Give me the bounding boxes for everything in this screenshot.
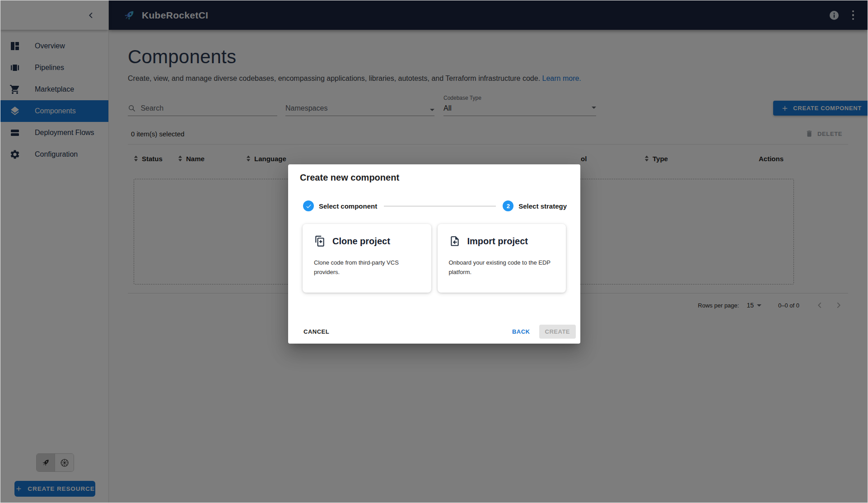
cancel-button[interactable]: CANCEL <box>300 325 333 339</box>
create-button[interactable]: CREATE <box>539 325 576 339</box>
step-completed-icon <box>303 200 314 211</box>
stepper: Select component 2 Select strategy <box>303 200 567 211</box>
step-number-badge: 2 <box>503 200 513 211</box>
card-title: Import project <box>467 236 528 247</box>
import-icon <box>449 235 461 247</box>
app-window: Overview Pipelines Marketplace Component… <box>0 0 868 503</box>
step-label-select-strategy: Select strategy <box>518 202 567 210</box>
card-title: Clone project <box>332 236 390 247</box>
clone-icon <box>314 235 326 247</box>
dialog-title: Create new component <box>288 164 580 183</box>
strategy-cards: Clone project Clone code from third-part… <box>303 224 566 293</box>
clone-project-card[interactable]: Clone project Clone code from third-part… <box>303 224 431 293</box>
import-project-card[interactable]: Import project Onboard your existing cod… <box>438 224 566 293</box>
card-description: Clone code from third-party VCS provider… <box>314 258 420 277</box>
back-button[interactable]: BACK <box>509 325 534 339</box>
create-component-dialog: Create new component Select component 2 … <box>288 164 580 344</box>
check-icon <box>305 203 312 210</box>
stepper-connector <box>384 206 496 206</box>
card-description: Onboard your existing code to the EDP pl… <box>449 258 555 277</box>
step-label-select-component: Select component <box>319 202 377 210</box>
dialog-footer: CANCEL BACK CREATE <box>288 319 580 344</box>
